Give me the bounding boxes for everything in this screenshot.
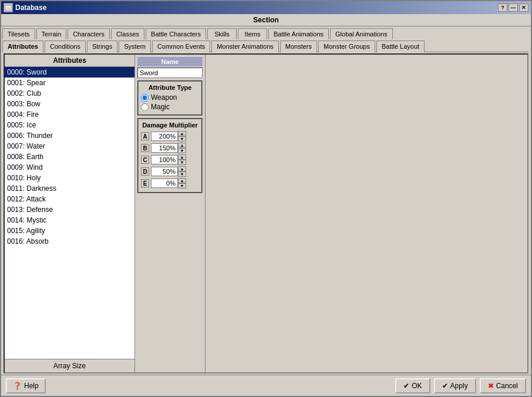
tab-system[interactable]: System — [119, 41, 151, 52]
damage-row-a: A ▲ ▼ — [141, 131, 199, 142]
spin-buttons-e: ▲ ▼ — [178, 178, 186, 189]
list-item[interactable]: 0006: Thunder — [5, 130, 134, 141]
list-item[interactable]: 0002: Club — [5, 88, 134, 99]
name-input[interactable] — [137, 68, 203, 78]
list-item[interactable]: 0005: Ice — [5, 120, 134, 130]
tab-classes[interactable]: Classes — [111, 28, 144, 39]
tab-tilesets[interactable]: Tilesets — [2, 28, 35, 39]
list-item[interactable]: 0001: Spear — [5, 78, 134, 88]
list-item[interactable]: 0007: Water — [5, 141, 134, 152]
spinbox-e: ▲ ▼ — [151, 178, 186, 189]
attributes-list[interactable]: 0000: Sword0001: Spear0002: Club0003: Bo… — [5, 67, 134, 359]
secondary-tabs: AttributesConditionsStringsSystemCommon … — [2, 40, 530, 52]
list-item[interactable]: 0010: Holy — [5, 173, 134, 183]
title-bar: 🗃 Database ? — ✕ — [1, 1, 531, 14]
ok-button[interactable]: ✔ OK — [395, 378, 430, 393]
right-panel — [206, 55, 527, 372]
tab-row-2: AttributesConditionsStringsSystemCommon … — [2, 40, 530, 52]
main-window: 🗃 Database ? — ✕ Section TilesetsTerrain… — [0, 0, 532, 397]
spinbox-input-b[interactable] — [151, 143, 178, 153]
magic-radio[interactable] — [141, 103, 149, 111]
cancel-button[interactable]: ✖ Cancel — [480, 378, 526, 393]
minimize-btn[interactable]: — — [509, 4, 518, 12]
tab-row-1: TilesetsTerrainCharactersClassesBattle C… — [2, 28, 530, 39]
list-item[interactable]: 0003: Bow — [5, 99, 134, 109]
close-btn[interactable]: ✕ — [519, 4, 528, 12]
ok-label: OK — [412, 382, 422, 390]
apply-label: Apply — [450, 382, 468, 390]
content-area: Attributes 0000: Sword0001: Spear0002: C… — [4, 53, 528, 374]
damage-label-e: E — [141, 179, 149, 187]
help-icon: ❓ — [13, 382, 22, 390]
spinbox-input-e[interactable] — [151, 179, 178, 188]
tab-strings[interactable]: Strings — [87, 41, 117, 52]
tab-common-events[interactable]: Common Events — [152, 41, 210, 52]
damage-row-e: E ▲ ▼ — [141, 178, 199, 189]
damage-row-b: B ▲ ▼ — [141, 143, 199, 153]
damage-rows: A ▲ ▼ B ▲ ▼ C ▲ ▼ D — [141, 131, 199, 189]
tab-monsters[interactable]: Monsters — [280, 41, 317, 52]
attribute-type-section: Attribute Type Weapon Magic — [137, 80, 203, 116]
list-item[interactable]: 0013: Defense — [5, 204, 134, 215]
list-item[interactable]: 0016: Absorb — [5, 236, 134, 247]
tab-battle-animations[interactable]: Battle Animations — [268, 28, 329, 39]
detail-panel: Name Attribute Type Weapon Magic Damage … — [135, 55, 206, 372]
spin-up-a[interactable]: ▲ — [178, 131, 186, 136]
damage-multiplier-title: Damage Multiplier — [141, 122, 199, 129]
spinbox-input-a[interactable] — [151, 132, 178, 141]
spin-down-c[interactable]: ▼ — [178, 160, 186, 165]
tab-monster-groups[interactable]: Monster Groups — [318, 41, 375, 52]
tab-battle-characters[interactable]: Battle Characters — [146, 28, 206, 39]
spin-down-d[interactable]: ▼ — [178, 171, 186, 177]
window-controls: ? — ✕ — [498, 4, 528, 12]
spin-up-b[interactable]: ▲ — [178, 143, 186, 148]
tab-battle-layout[interactable]: Battle Layout — [376, 41, 425, 52]
spinbox-d: ▲ ▼ — [151, 166, 186, 177]
tab-characters[interactable]: Characters — [68, 28, 110, 39]
help-button[interactable]: ❓ Help — [6, 378, 46, 393]
spin-up-c[interactable]: ▲ — [178, 154, 186, 160]
list-item[interactable]: 0015: Agility — [5, 226, 134, 236]
damage-label-b: B — [141, 144, 149, 152]
spin-down-e[interactable]: ▼ — [178, 183, 186, 189]
list-item[interactable]: 0000: Sword — [5, 67, 134, 78]
tab-monster-animations[interactable]: Monster Animations — [211, 41, 279, 52]
array-size-bar: Array Size — [5, 359, 134, 372]
spin-buttons-b: ▲ ▼ — [178, 143, 186, 153]
tab-global-animations[interactable]: Global Animations — [330, 28, 393, 39]
spin-buttons-a: ▲ ▼ — [178, 131, 186, 142]
spinbox-a: ▲ ▼ — [151, 131, 186, 142]
weapon-label: Weapon — [151, 93, 177, 102]
weapon-radio[interactable] — [141, 94, 149, 102]
window-title: Database — [15, 4, 46, 12]
tab-items[interactable]: Items — [238, 28, 267, 39]
magic-radio-row: Magic — [141, 103, 199, 111]
tab-skills[interactable]: Skills — [207, 28, 237, 39]
apply-button[interactable]: ✔ Apply — [434, 378, 476, 393]
tab-attributes[interactable]: Attributes — [2, 41, 43, 52]
help-window-btn[interactable]: ? — [498, 4, 507, 12]
spinbox-input-d[interactable] — [151, 167, 178, 176]
spin-up-d[interactable]: ▲ — [178, 166, 186, 171]
spin-down-a[interactable]: ▼ — [178, 136, 186, 142]
weapon-radio-row: Weapon — [141, 93, 199, 102]
magic-label: Magic — [151, 103, 170, 111]
list-item[interactable]: 0004: Fire — [5, 109, 134, 120]
tab-conditions[interactable]: Conditions — [45, 41, 86, 52]
list-item[interactable]: 0014: Mystic — [5, 215, 134, 226]
title-bar-left: 🗃 Database — [4, 3, 46, 12]
damage-label-a: A — [141, 132, 149, 140]
ok-icon: ✔ — [403, 382, 409, 390]
primary-tabs: TilesetsTerrainCharactersClassesBattle C… — [2, 28, 530, 39]
tab-terrain[interactable]: Terrain — [36, 28, 67, 39]
section-label: Section — [1, 14, 531, 26]
list-item[interactable]: 0011: Darkness — [5, 183, 134, 194]
spin-up-e[interactable]: ▲ — [178, 178, 186, 183]
list-item[interactable]: 0008: Earth — [5, 152, 134, 162]
list-item[interactable]: 0012: Attack — [5, 194, 134, 204]
spinbox-input-c[interactable] — [151, 155, 178, 164]
list-item[interactable]: 0009: Wind — [5, 162, 134, 173]
spin-buttons-d: ▲ ▼ — [178, 166, 186, 177]
spin-down-b[interactable]: ▼ — [178, 148, 186, 153]
help-label: Help — [24, 382, 39, 390]
